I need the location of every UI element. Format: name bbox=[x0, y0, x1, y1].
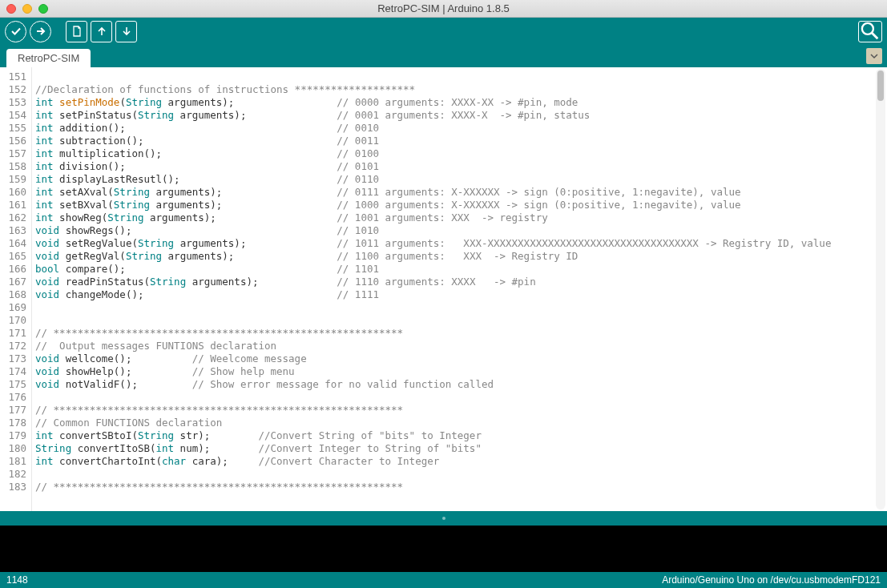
line-number: 171 bbox=[2, 327, 26, 340]
window-maximize-button[interactable] bbox=[38, 4, 48, 14]
line-number: 175 bbox=[2, 378, 26, 391]
code-line[interactable]: // *************************************… bbox=[35, 327, 884, 340]
line-number: 155 bbox=[2, 122, 26, 135]
window-close-button[interactable] bbox=[6, 4, 16, 14]
code-line[interactable]: bool compare(); // 1101 bbox=[35, 263, 884, 276]
code-line[interactable]: int subtraction(); // 0011 bbox=[35, 135, 884, 147]
sketch-tab[interactable]: RetroPC-SIM bbox=[6, 49, 91, 67]
line-number: 158 bbox=[2, 160, 26, 173]
new-button[interactable] bbox=[66, 21, 87, 42]
code-line[interactable]: // *************************************… bbox=[35, 404, 884, 417]
code-line[interactable]: void wellcome(); // Weelcome message bbox=[35, 352, 884, 365]
window-title: RetroPC-SIM | Arduino 1.8.5 bbox=[0, 2, 887, 14]
line-number: 159 bbox=[2, 173, 26, 186]
line-number: 181 bbox=[2, 455, 26, 468]
code-line[interactable]: void readPinStatus(String arguments); //… bbox=[35, 276, 884, 288]
line-number: 180 bbox=[2, 442, 26, 455]
code-line[interactable] bbox=[35, 391, 884, 404]
code-line[interactable]: //Declaration of functions of instructio… bbox=[35, 83, 884, 96]
code-line[interactable]: int setAXval(String arguments); // 0111 … bbox=[35, 186, 884, 199]
save-button[interactable] bbox=[115, 21, 137, 42]
code-line[interactable]: int showReg(String arguments); // 1001 a… bbox=[35, 211, 884, 224]
code-line[interactable]: int convertChartoInt(char cara); //Conve… bbox=[35, 455, 884, 468]
line-number-gutter: 1511521531541551561571581591601611621631… bbox=[0, 67, 32, 511]
resize-handle-icon[interactable] bbox=[442, 517, 446, 520]
message-bar bbox=[0, 511, 887, 526]
scrollbar-thumb[interactable] bbox=[877, 70, 884, 101]
line-number: 167 bbox=[2, 276, 26, 288]
window-minimize-button[interactable] bbox=[22, 4, 32, 14]
line-number: 161 bbox=[2, 199, 26, 211]
code-line[interactable]: int convertSBtoI(String str); //Convert … bbox=[35, 429, 884, 442]
tab-menu-button[interactable] bbox=[866, 48, 882, 64]
tab-bar: RetroPC-SIM bbox=[0, 45, 887, 67]
code-line[interactable]: int multiplication(); // 0100 bbox=[35, 147, 884, 160]
code-line[interactable] bbox=[35, 70, 884, 83]
line-number: 172 bbox=[2, 340, 26, 352]
code-line[interactable]: int division(); // 0101 bbox=[35, 160, 884, 173]
line-number: 160 bbox=[2, 186, 26, 199]
chevron-down-icon bbox=[870, 52, 878, 60]
code-content[interactable]: //Declaration of functions of instructio… bbox=[32, 67, 887, 511]
code-line[interactable]: void showHelp(); // Show help menu bbox=[35, 365, 884, 378]
line-number: 170 bbox=[2, 314, 26, 327]
code-line[interactable]: // Common FUNCTIONS declaration bbox=[35, 417, 884, 429]
code-line[interactable]: void changeMode(); // 1111 bbox=[35, 288, 884, 301]
svg-point-0 bbox=[862, 23, 873, 34]
window-titlebar: RetroPC-SIM | Arduino 1.8.5 bbox=[0, 0, 887, 18]
open-button[interactable] bbox=[91, 21, 112, 42]
code-line[interactable] bbox=[35, 468, 884, 481]
verify-button[interactable] bbox=[5, 21, 26, 42]
arrow-right-icon bbox=[34, 25, 47, 38]
traffic-lights bbox=[6, 4, 48, 14]
magnifier-icon bbox=[859, 20, 881, 42]
code-line[interactable]: String convertItoSB(int num); //Convert … bbox=[35, 442, 884, 455]
arrow-down-icon bbox=[120, 25, 133, 38]
line-number: 157 bbox=[2, 147, 26, 160]
line-number: 177 bbox=[2, 404, 26, 417]
line-number: 182 bbox=[2, 468, 26, 481]
toolbar bbox=[0, 18, 887, 45]
line-number: 164 bbox=[2, 237, 26, 250]
serial-monitor-button[interactable] bbox=[858, 21, 882, 42]
line-number: 166 bbox=[2, 263, 26, 276]
code-line[interactable] bbox=[35, 314, 884, 327]
code-line[interactable]: // *************************************… bbox=[35, 481, 884, 493]
line-number: 151 bbox=[2, 70, 26, 83]
code-editor[interactable]: 1511521531541551561571581591601611621631… bbox=[0, 67, 887, 511]
code-line[interactable]: int setPinStatus(String arguments); // 0… bbox=[35, 109, 884, 122]
line-number: 173 bbox=[2, 352, 26, 365]
arrow-up-icon bbox=[95, 25, 108, 38]
upload-button[interactable] bbox=[30, 21, 51, 42]
line-number: 165 bbox=[2, 250, 26, 263]
line-number: 152 bbox=[2, 83, 26, 96]
code-line[interactable]: void setRegValue(String arguments); // 1… bbox=[35, 237, 884, 250]
line-number: 168 bbox=[2, 288, 26, 301]
code-line[interactable]: int setBXval(String arguments); // 1000 … bbox=[35, 199, 884, 211]
code-line[interactable]: void notValidF(); // Show error message … bbox=[35, 378, 884, 391]
code-line[interactable]: void getRegVal(String arguments); // 110… bbox=[35, 250, 884, 263]
line-number: 154 bbox=[2, 109, 26, 122]
line-number: 169 bbox=[2, 301, 26, 314]
file-icon bbox=[71, 25, 83, 38]
line-number: 162 bbox=[2, 211, 26, 224]
line-number: 178 bbox=[2, 417, 26, 429]
output-console[interactable] bbox=[0, 526, 887, 572]
line-number: 179 bbox=[2, 429, 26, 442]
vertical-scrollbar[interactable] bbox=[876, 69, 885, 509]
line-number: 153 bbox=[2, 96, 26, 109]
line-number: 176 bbox=[2, 391, 26, 404]
code-line[interactable]: int setPinMode(String arguments); // 000… bbox=[35, 96, 884, 109]
code-line[interactable]: int addition(); // 0010 bbox=[35, 122, 884, 135]
code-line[interactable]: int displayLastResutl(); // 0110 bbox=[35, 173, 884, 186]
line-number: 156 bbox=[2, 135, 26, 147]
status-bar: 1148 Arduino/Genuino Uno on /dev/cu.usbm… bbox=[0, 572, 887, 588]
code-line[interactable]: void showRegs(); // 1010 bbox=[35, 224, 884, 237]
status-board-port: Arduino/Genuino Uno on /dev/cu.usbmodemF… bbox=[662, 574, 881, 586]
line-number: 183 bbox=[2, 481, 26, 493]
code-line[interactable]: // Output messages FUNTIONS declaration bbox=[35, 340, 884, 352]
line-number: 163 bbox=[2, 224, 26, 237]
status-line-number: 1148 bbox=[6, 574, 28, 586]
code-line[interactable] bbox=[35, 301, 884, 314]
line-number: 174 bbox=[2, 365, 26, 378]
